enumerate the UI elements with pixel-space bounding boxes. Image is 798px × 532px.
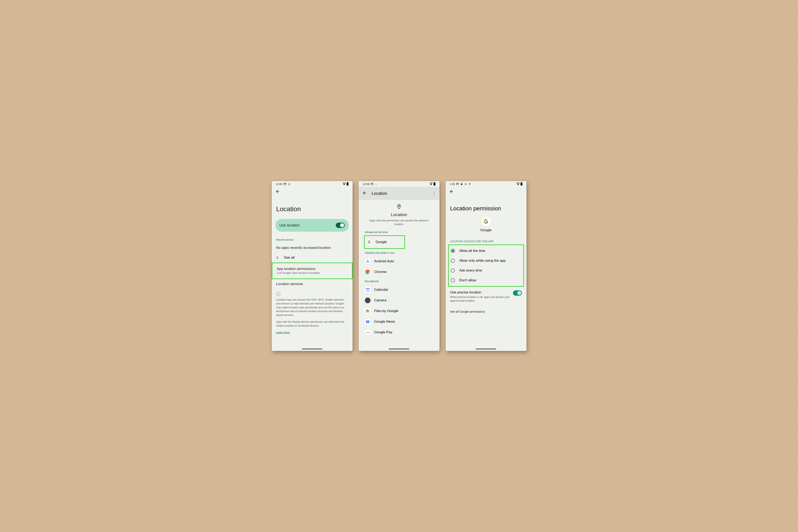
app-permissions-subtitle: 3 of 19 apps have access to location <box>277 271 347 274</box>
location-pin-icon <box>365 204 433 212</box>
calendar-icon: 31 <box>365 287 370 292</box>
fan-icon <box>468 183 471 185</box>
status-bar: 12:08 <box>272 181 353 187</box>
status-time: 1:09 <box>450 183 455 186</box>
app-header: Google <box>446 217 527 239</box>
radio-allow-all[interactable]: Allow all the time <box>451 246 521 256</box>
status-time: 12:09 <box>363 183 369 186</box>
status-time: 12:08 <box>276 183 283 186</box>
gmail-icon <box>370 183 374 185</box>
app-name-label: Google <box>446 228 527 232</box>
radio-ask-label: Ask every time <box>459 268 482 272</box>
battery-icon <box>434 183 435 186</box>
wifi-icon <box>430 182 433 186</box>
camera-icon <box>365 298 370 303</box>
battery-icon <box>347 183 348 186</box>
info-icon: i <box>276 292 280 296</box>
svg-text:G Pay: G Pay <box>366 332 370 334</box>
files-icon <box>365 308 370 314</box>
status-bar: 1:09 <box>446 181 527 187</box>
status-bar: 12:09 <box>359 181 439 187</box>
section-inuse: Allowed only while in use <box>365 251 433 254</box>
learn-more-link[interactable]: Learn more <box>276 331 290 334</box>
gmail-icon <box>284 183 286 185</box>
screen-location-settings: 12:08 Location Use location Recent acces… <box>272 181 353 351</box>
radio-allow-inuse-label: Allow only while using the app <box>459 259 506 263</box>
back-arrow-icon[interactable] <box>362 191 367 196</box>
app-camera-label: Camera <box>374 298 386 302</box>
no-recent-text: No apps recently accessed location <box>276 243 348 253</box>
screen-location-permission: 1:09 Location permission Go <box>446 181 527 351</box>
radio-icon <box>451 259 455 263</box>
app-files[interactable]: Files by Google <box>365 306 433 316</box>
more-icon[interactable]: ⋮ <box>432 191 436 196</box>
header <box>446 187 527 197</box>
google-app-icon <box>481 217 491 227</box>
svg-point-8 <box>366 311 367 312</box>
app-chrome[interactable]: Chrome <box>365 267 433 277</box>
app-google-pay-label: Google Pay <box>374 330 393 334</box>
nav-handle[interactable] <box>389 349 409 349</box>
radio-options-highlight: Allow all the time Allow only while usin… <box>448 245 524 287</box>
nav-handle[interactable] <box>302 349 322 349</box>
precise-title: Use precise location <box>450 290 511 294</box>
screen-location-apps: 12:09 Location ⋮ Location Apps with this… <box>359 181 439 351</box>
battery-icon <box>520 183 522 186</box>
location-center-title: Location <box>365 212 433 217</box>
info-body-1: Location may use sources like GPS, Wi-Fi… <box>276 298 348 317</box>
svg-rect-11 <box>366 322 368 322</box>
svg-rect-4 <box>366 288 369 289</box>
back-arrow-icon[interactable] <box>449 189 454 195</box>
page-title: Location permission <box>446 197 527 217</box>
location-services-row[interactable]: Location services <box>276 279 348 289</box>
download-icon <box>375 183 378 185</box>
radio-allow-inuse[interactable]: Allow only while using the app <box>451 256 521 266</box>
app-google-news-label: Google News <box>374 320 395 324</box>
recent-access-label: Recent access <box>276 238 348 241</box>
use-location-label: Use location <box>280 223 300 228</box>
section-always: Allowed all the time <box>365 231 433 234</box>
app-permissions-title: App location permissions <box>277 267 347 271</box>
google-news-icon <box>365 319 370 324</box>
app-google[interactable]: Google <box>366 237 403 247</box>
chrome-icon <box>365 269 370 275</box>
app-calendar[interactable]: 31 Calendar <box>365 284 433 295</box>
info-body-2: Apps with the Nearby devices permission … <box>276 320 348 328</box>
app-android-auto[interactable]: Android Auto <box>365 256 433 267</box>
app-google-label: Google <box>376 240 387 244</box>
google-app-highlight: Google <box>364 235 405 249</box>
app-files-label: Files by Google <box>374 309 398 313</box>
svg-point-7 <box>367 300 368 301</box>
precise-subtitle: When precise location is off, apps can a… <box>450 295 511 303</box>
wifi-icon <box>343 182 346 186</box>
use-location-switch[interactable] <box>336 223 345 228</box>
see-all-button[interactable]: See all <box>276 253 348 263</box>
location-access-label: LOCATION ACCESS FOR THIS APP <box>450 240 522 243</box>
use-location-toggle-row[interactable]: Use location <box>276 219 349 232</box>
radio-icon <box>451 268 455 272</box>
svg-text:31: 31 <box>366 289 368 291</box>
svg-rect-10 <box>366 321 369 321</box>
see-all-label: See all <box>284 255 294 260</box>
radio-icon <box>451 249 455 253</box>
header: Location ⋮ <box>359 187 439 200</box>
nav-handle[interactable] <box>476 349 496 349</box>
app-chrome-label: Chrome <box>374 270 386 274</box>
app-google-news[interactable]: Google News <box>365 316 433 327</box>
radio-dont-allow[interactable]: Don't allow <box>451 276 521 285</box>
location-header-block: Location Apps with this permission can a… <box>359 200 439 229</box>
precise-switch[interactable] <box>513 290 522 296</box>
radio-ask[interactable]: Ask every time <box>451 266 521 276</box>
back-arrow-icon[interactable] <box>276 189 280 195</box>
precise-location-row[interactable]: Use precise location When precise locati… <box>450 287 522 306</box>
gmail-icon <box>456 183 459 185</box>
app-permissions-row[interactable]: App location permissions 3 of 19 apps ha… <box>277 265 347 277</box>
drive-icon <box>464 183 467 185</box>
app-camera[interactable]: Camera <box>365 295 433 306</box>
app-permissions-highlight: App location permissions 3 of 19 apps ha… <box>272 263 353 279</box>
app-google-pay[interactable]: G Pay Google Pay <box>365 327 433 338</box>
download-icon <box>288 183 290 185</box>
see-all-permissions-link[interactable]: See all Google permissions <box>450 306 522 313</box>
google-pay-icon: G Pay <box>365 329 370 335</box>
google-icon <box>366 239 372 245</box>
